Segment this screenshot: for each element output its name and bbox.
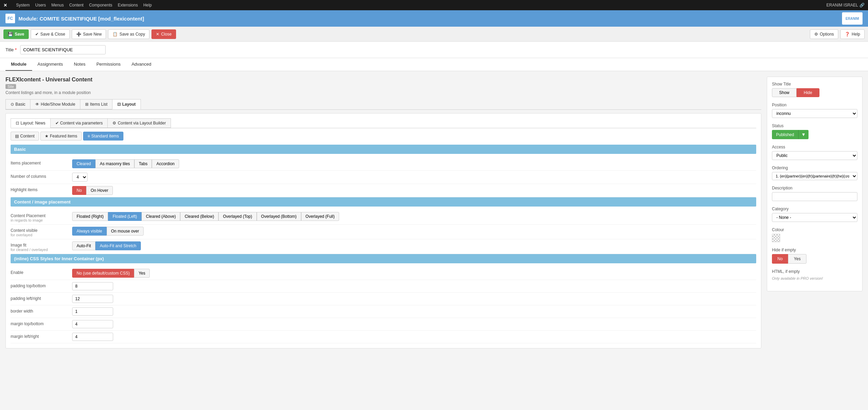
colour-label: Colour	[772, 227, 857, 232]
placement-overlayed-bottom-btn[interactable]: Overlayed (Bottom)	[257, 212, 301, 221]
nav-help[interactable]: Help	[143, 3, 152, 8]
options-label: Options	[820, 32, 834, 37]
padding-tb-row: padding top/bottom	[11, 280, 756, 293]
placement-tabs-btn[interactable]: Tabs	[134, 159, 152, 168]
layout-tab-layout-builder[interactable]: ⚙ Content via Layout Builder	[107, 118, 171, 128]
published-btn[interactable]: Published	[772, 130, 798, 139]
tab-notes[interactable]: Notes	[68, 58, 91, 71]
show-title-label: Show Title	[772, 82, 857, 87]
nav-content[interactable]: Content	[69, 3, 83, 8]
num-columns-select[interactable]: 1 2 3 4 5 6	[72, 173, 88, 182]
save-icon: 💾	[8, 32, 13, 37]
inner-tab-hide-show[interactable]: 👁 Hide/Show Module	[30, 99, 80, 109]
placement-cleared-above-btn[interactable]: Cleared (Above)	[142, 212, 180, 221]
placement-float-right-btn[interactable]: Floated (Right)	[72, 212, 108, 221]
access-select[interactable]: Public	[772, 151, 857, 160]
title-row: Title *	[0, 42, 868, 58]
placement-cleared-btn[interactable]: Cleared	[72, 159, 95, 168]
nav-menus[interactable]: Menus	[51, 3, 64, 8]
basic-icon: ⊙	[11, 102, 14, 107]
close-button[interactable]: ✕ Close	[151, 29, 176, 39]
tab-module[interactable]: Module	[5, 58, 32, 71]
description-input[interactable]	[772, 192, 857, 201]
border-width-label: border width	[11, 307, 72, 314]
auto-fit-stretch-btn[interactable]: Auto-Fit and Stretch	[95, 241, 141, 250]
placement-cleared-below-btn[interactable]: Cleared (Below)	[180, 212, 218, 221]
nav-extensions[interactable]: Extensions	[118, 3, 138, 8]
pro-note: Only available in PRO version!	[772, 276, 823, 280]
title-input[interactable]	[20, 45, 106, 54]
placement-float-left-btn[interactable]: Floated (Left)	[108, 212, 141, 221]
inner-tab-layout[interactable]: ⊡ Layout	[112, 99, 141, 109]
help-button[interactable]: ❓ Help	[840, 29, 865, 39]
nav-users[interactable]: Users	[35, 3, 46, 8]
highlight-items-group: No On Hover	[72, 186, 113, 195]
margin-tb-controls	[72, 320, 113, 328]
list-icon: ≡	[88, 134, 90, 138]
margin-lr-input[interactable]	[72, 333, 113, 341]
show-btn[interactable]: Show	[772, 88, 797, 97]
on-mouse-over-btn[interactable]: On mouse over	[107, 227, 144, 236]
placement-overlayed-full-btn[interactable]: Overlayed (Full)	[301, 212, 339, 221]
inner-tab-items-list[interactable]: ⊞ Items List	[80, 99, 112, 109]
inner-tab-basic[interactable]: ⊙ Basic	[5, 99, 30, 109]
content-placement-row: Content Placement in regards to image Fl…	[11, 210, 756, 225]
enable-no-btn[interactable]: No (use default/custom CSS)	[72, 269, 134, 278]
ordering-select[interactable]: 1. {en}{partner}{en}{fr}{partenaire}{fr}…	[772, 172, 857, 180]
nav-user[interactable]: ERANIM ISRAEL 🔗	[826, 3, 865, 8]
std-tab-featured[interactable]: ★ Featured items	[40, 132, 82, 141]
image-fit-row: Image fit for cleared / overlayed Auto-F…	[11, 239, 756, 254]
nav-components[interactable]: Components	[89, 3, 112, 8]
layout-tab-news[interactable]: ⊡ Layout: News	[11, 118, 51, 128]
toolbar: 💾 Save ✔ Save & Close ➕ Save New 📋 Save …	[0, 27, 868, 42]
tab-permissions[interactable]: Permissions	[91, 58, 126, 71]
colour-picker[interactable]	[772, 234, 780, 242]
show-title-section: Show Title Show Hide	[772, 82, 857, 97]
layout-tab-content-params[interactable]: ✔ Content via parameters	[50, 118, 108, 128]
help-label: Help	[852, 32, 860, 37]
save-new-button[interactable]: ➕ Save New	[72, 29, 106, 39]
hide-if-empty-label: Hide if empty	[772, 248, 857, 252]
required-star: *	[15, 47, 17, 52]
category-select[interactable]: - None -	[772, 213, 857, 222]
position-select[interactable]: inconnu	[772, 109, 857, 118]
options-button[interactable]: ⚙ Options	[810, 29, 838, 39]
header-title-area: FC Module: COMITE SCIENTIFIQUE [mod_flex…	[5, 14, 144, 23]
inner-tabs: ⊙ Basic 👁 Hide/Show Module ⊞ Items List …	[5, 99, 761, 110]
placement-accordion-btn[interactable]: Accordion	[152, 159, 179, 168]
main-area: FLEXIcontent - Universal Content Site Co…	[0, 71, 868, 354]
save-button[interactable]: 💾 Save	[3, 29, 29, 39]
highlight-no-btn[interactable]: No	[72, 186, 86, 195]
std-tab-standard[interactable]: ≡ Standard items	[83, 132, 123, 141]
status-label: Status	[772, 123, 857, 128]
padding-lr-input[interactable]	[72, 295, 113, 303]
margin-lr-label: margin left/right	[11, 333, 72, 339]
hide-btn[interactable]: Hide	[797, 88, 819, 97]
status-caret[interactable]: ▼	[798, 130, 809, 139]
margin-tb-input[interactable]	[72, 320, 113, 328]
access-section: Access Public	[772, 145, 857, 160]
save-close-button[interactable]: ✔ Save & Close	[31, 29, 70, 39]
highlight-hover-btn[interactable]: On Hover	[86, 186, 112, 195]
padding-tb-label: padding top/bottom	[11, 282, 72, 288]
content-image-section-header: Content / image placement	[11, 197, 756, 207]
content-visible-row: Content visible for overlayed Always vis…	[11, 225, 756, 239]
placement-masonry-btn[interactable]: As masonry tiles	[95, 159, 134, 168]
padding-tb-input[interactable]	[72, 282, 113, 290]
hide-empty-no-btn[interactable]: No	[772, 254, 788, 264]
hide-empty-yes-btn[interactable]: Yes	[788, 254, 806, 264]
auto-fit-btn[interactable]: Auto-Fit	[72, 241, 95, 250]
tab-advanced[interactable]: Advanced	[126, 58, 157, 71]
enable-yes-btn[interactable]: Yes	[134, 269, 150, 278]
enable-group: No (use default/custom CSS) Yes	[72, 269, 150, 278]
placement-overlayed-top-btn[interactable]: Overlayed (Top)	[218, 212, 256, 221]
std-tab-content[interactable]: ▤ Content	[11, 132, 39, 141]
tab-assignments[interactable]: Assignments	[32, 58, 68, 71]
save-copy-button[interactable]: 📋 Save as Copy	[108, 29, 149, 39]
items-placement-controls: Cleared As masonry tiles Tabs Accordion	[72, 159, 179, 168]
border-width-input[interactable]	[72, 307, 113, 316]
hide-if-empty-section: Hide if empty No Yes	[772, 248, 857, 264]
nav-system[interactable]: System	[16, 3, 30, 8]
close-label: Close	[161, 32, 172, 37]
always-visible-btn[interactable]: Always visible	[72, 227, 107, 236]
